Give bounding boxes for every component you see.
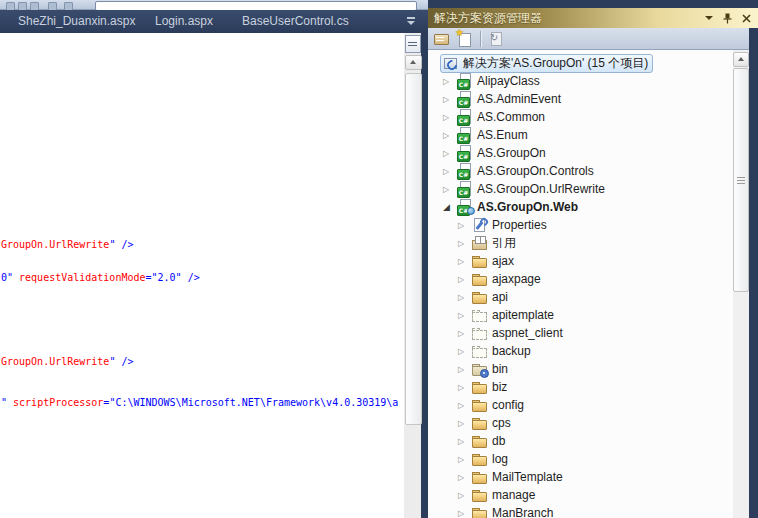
tree-item-label: AS.GroupOn.Web	[477, 200, 578, 214]
expand-arrow-icon[interactable]: ▷	[458, 311, 469, 320]
tree-item-label: AS.Common	[477, 110, 545, 124]
tree-item-content: C#AS.Common	[454, 108, 550, 127]
tree-item-AS.GroupOn[interactable]: ▷C#AS.GroupOn	[428, 144, 733, 162]
tree-item-content: bin	[469, 360, 513, 379]
tree-item-biz[interactable]: ▷biz	[428, 378, 733, 396]
tree-item-aspnet_client[interactable]: ▷aspnet_client	[428, 324, 733, 342]
webproj-icon: C#	[456, 199, 473, 215]
tree-item-ajax[interactable]: ▷ajax	[428, 252, 733, 270]
show-all-files-icon[interactable]	[454, 29, 474, 49]
expand-arrow-icon[interactable]: ▷	[443, 167, 454, 176]
code-editor[interactable]: GroupOn.UrlRewrite" />0" requestValidati…	[0, 33, 404, 518]
tree-item-db[interactable]: ▷db	[428, 432, 733, 450]
folder-icon	[471, 271, 488, 287]
expand-arrow-icon[interactable]: ▷	[443, 77, 454, 86]
document-tab-bar: SheZhi_Duanxin.aspxLogin.aspxBaseUserCon…	[0, 10, 428, 33]
tree-vertical-scrollbar[interactable]	[733, 50, 749, 518]
tree-item-label: db	[492, 434, 505, 448]
tree-item-label: aspnet_client	[492, 326, 563, 340]
tree-item-AlipayClass[interactable]: ▷C#AlipayClass	[428, 72, 733, 90]
expand-arrow-icon[interactable]: ▷	[443, 131, 454, 140]
expand-arrow-icon[interactable]: ▷	[458, 257, 469, 266]
tree-item-label: biz	[492, 380, 507, 394]
expand-arrow-icon[interactable]: ▷	[458, 455, 469, 464]
tab-BaseUserControl.cs[interactable]: BaseUserControl.cs	[242, 10, 349, 33]
expand-arrow-icon[interactable]: ▷	[458, 473, 469, 482]
tree-item-content: C#AS.GroupOn	[454, 144, 551, 163]
solution-icon	[442, 55, 459, 71]
tree-item-config[interactable]: ▷config	[428, 396, 733, 414]
folder-excluded-icon	[471, 307, 488, 323]
expand-arrow-icon[interactable]: ▷	[458, 293, 469, 302]
tree-item-MailTemplate[interactable]: ▷MailTemplate	[428, 468, 733, 486]
csproj-icon: C#	[456, 181, 473, 197]
expand-arrow-icon[interactable]: ▷	[443, 95, 454, 104]
tree-item-content: ajax	[469, 252, 519, 271]
tree-item-log[interactable]: ▷log	[428, 450, 733, 468]
expand-arrow-icon[interactable]: ▷	[458, 221, 469, 230]
editor-scrollbar-thumb[interactable]	[405, 73, 422, 425]
pin-icon[interactable]	[720, 11, 735, 25]
code-segment-value: ="C:\WINDOWS\Microsoft.NET\Framework\v4.…	[103, 397, 398, 408]
collapse-arrow-icon[interactable]: ◢	[443, 202, 454, 212]
csproj-icon: C#	[456, 127, 473, 143]
expand-arrow-icon[interactable]: ▷	[443, 149, 454, 158]
expand-arrow-icon[interactable]: ▷	[458, 275, 469, 284]
editor-splitter-handle[interactable]	[405, 35, 421, 53]
tree-item-label: cps	[492, 416, 511, 430]
tree-item-manage[interactable]: ▷manage	[428, 486, 733, 504]
expand-arrow-icon[interactable]: ▷	[458, 239, 469, 248]
expand-arrow-icon[interactable]: ▷	[458, 365, 469, 374]
folder-icon	[471, 433, 488, 449]
tree-item-Properties[interactable]: ▷Properties	[428, 216, 733, 234]
tree-item-AS.Enum[interactable]: ▷C#AS.Enum	[428, 126, 733, 144]
toolbar-separator	[480, 31, 482, 47]
tree-item-bin[interactable]: ▷bin	[428, 360, 733, 378]
tab-SheZhi_Duanxin.aspx[interactable]: SheZhi_Duanxin.aspx	[18, 10, 135, 33]
tree-item-cps[interactable]: ▷cps	[428, 414, 733, 432]
code-segment-value: " />	[109, 356, 133, 367]
expand-arrow-icon[interactable]: ▷	[443, 113, 454, 122]
tree-item-AS.AdminEvent[interactable]: ▷C#AS.AdminEvent	[428, 90, 733, 108]
expand-arrow-icon[interactable]: ▷	[458, 509, 469, 518]
expand-arrow-icon[interactable]: ▷	[458, 329, 469, 338]
refresh-icon[interactable]	[486, 29, 506, 49]
tree-item-AS.GroupOn.Controls[interactable]: ▷C#AS.GroupOn.Controls	[428, 162, 733, 180]
tree-scrollbar-thumb[interactable]	[733, 68, 749, 292]
tree-item-backup[interactable]: ▷backup	[428, 342, 733, 360]
tree-item-ManBranch[interactable]: ▷ManBranch	[428, 504, 733, 518]
editor-vertical-scrollbar[interactable]	[404, 33, 421, 518]
close-icon[interactable]	[739, 11, 754, 25]
tree-item-label: MailTemplate	[492, 470, 563, 484]
folder-icon	[471, 469, 488, 485]
tree-item-apitemplate[interactable]: ▷apitemplate	[428, 306, 733, 324]
tree-item-解决方案'AS.GroupOn' (15 个项目)[interactable]: 解决方案'AS.GroupOn' (15 个项目)	[428, 54, 733, 72]
tree-item-引用[interactable]: ▷引用	[428, 234, 733, 252]
expand-arrow-icon[interactable]: ▷	[458, 437, 469, 446]
expand-arrow-icon[interactable]: ▷	[458, 491, 469, 500]
window-position-chevron-icon[interactable]	[701, 11, 716, 25]
tree-item-label: AS.Enum	[477, 128, 528, 142]
tree-item-label: ajax	[492, 254, 514, 268]
expand-arrow-icon[interactable]: ▷	[443, 185, 454, 194]
properties-icon[interactable]	[432, 29, 452, 49]
tab-list-dropdown-icon[interactable]	[406, 16, 416, 26]
tree-item-AS.Common[interactable]: ▷C#AS.Common	[428, 108, 733, 126]
code-segment-value: ="2.0" />	[146, 272, 200, 283]
expand-arrow-icon[interactable]: ▷	[458, 347, 469, 356]
tree-item-ajaxpage[interactable]: ▷ajaxpage	[428, 270, 733, 288]
tree-item-AS.GroupOn.UrlRewrite[interactable]: ▷C#AS.GroupOn.UrlRewrite	[428, 180, 733, 198]
csproj-icon: C#	[456, 163, 473, 179]
scroll-up-arrow-icon[interactable]	[733, 52, 749, 67]
expand-arrow-icon[interactable]: ▷	[458, 419, 469, 428]
tree-item-api[interactable]: ▷api	[428, 288, 733, 306]
tab-Login.aspx[interactable]: Login.aspx	[155, 10, 213, 33]
expand-arrow-icon[interactable]: ▷	[458, 401, 469, 410]
tree-item-content: biz	[469, 378, 512, 397]
tree-item-AS.GroupOn.Web[interactable]: ◢C#AS.GroupOn.Web	[428, 198, 733, 216]
tree-item-label: 解决方案'AS.GroupOn' (15 个项目)	[463, 55, 648, 72]
scroll-up-arrow-icon[interactable]	[405, 55, 422, 70]
tree-item-content: api	[469, 288, 513, 307]
expand-arrow-icon[interactable]: ▷	[458, 383, 469, 392]
tree-item-content: MailTemplate	[469, 468, 568, 487]
